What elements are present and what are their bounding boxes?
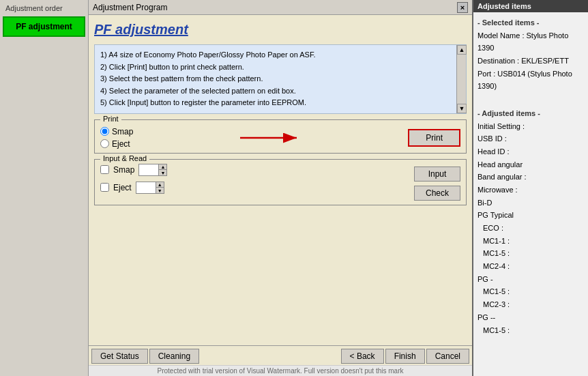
watermark-bar: Protected with trial version of Visual W… <box>89 365 472 376</box>
eject-spinbox-down[interactable]: ▼ <box>156 188 164 193</box>
input-read-buttons: Input Check <box>414 164 460 201</box>
adjusted-pg-typical: PG Typical <box>477 209 584 222</box>
get-status-button[interactable]: Get Status <box>91 349 148 364</box>
adjusted-pg-mc2-3: MC2-3 : <box>477 298 584 311</box>
print-smap-label: Smap <box>112 127 133 136</box>
eject-spinbox-up[interactable]: ▲ <box>156 182 164 188</box>
finish-button[interactable]: Finish <box>385 349 425 364</box>
smap-spinbox-buttons: ▲ ▼ <box>158 164 166 175</box>
eject-checkbox-label: Eject <box>113 183 132 192</box>
selected-port: Port : USB014 (Stylus Photo 1390) <box>477 68 584 93</box>
adjusted-initial-setting: Initial Setting : <box>477 120 584 133</box>
adjusted-pg-mc1-5: MC1-5 : <box>477 285 584 298</box>
adjusted-items-header: - Adjusted items - <box>477 107 584 120</box>
check-button[interactable]: Check <box>414 186 460 201</box>
back-button[interactable]: < Back <box>341 349 384 364</box>
print-section-content: Smap Eject <box>100 124 460 149</box>
print-eject-option[interactable]: Eject <box>100 139 133 149</box>
right-panel: Adjusted items - Selected items - Model … <box>472 0 588 376</box>
adjusted-pg-minus-minus: PG -- <box>477 311 584 324</box>
scroll-up-arrow[interactable]: ▲ <box>457 45 467 55</box>
instruction-3: 3) Select the best pattern from the chec… <box>100 73 460 85</box>
arrow-container <box>133 128 408 148</box>
selected-items-header: - Selected items - <box>477 16 584 29</box>
adjusted-eco: ECO : <box>477 222 584 235</box>
pf-adjustment-item[interactable]: PF adjustment <box>3 16 85 37</box>
adjusted-band-angular: Band angular : <box>477 171 584 184</box>
left-panel-title: Adjustment order <box>3 3 85 14</box>
smap-spinbox-up[interactable]: ▲ <box>159 164 166 171</box>
instruction-2: 2) Click [Print] button to print check p… <box>100 61 460 74</box>
selected-destination: Destination : EKL/ESP/ETT <box>477 55 584 68</box>
adjusted-head-id: Head ID : <box>477 145 584 158</box>
left-panel: Adjustment order PF adjustment <box>0 0 89 376</box>
input-button[interactable]: Input <box>414 167 460 182</box>
main-area: Adjustment Program × PF adjustment 1) A4… <box>89 0 472 376</box>
instruction-1: 1) A4 size of Economy Photo Paper/Glossy… <box>100 49 460 61</box>
input-read-section: Input & Read Smap ▲ ▼ <box>94 159 467 205</box>
red-arrow-icon <box>237 128 305 148</box>
print-section-label: Print <box>100 115 121 123</box>
input-read-content: Smap ▲ ▼ Eject <box>100 164 460 201</box>
instructions-scrollbar[interactable]: ▲ ▼ <box>456 45 466 113</box>
adjusted-pgmm-mc1-5: MC1-5 : <box>477 324 584 337</box>
cleaning-button[interactable]: Cleaning <box>149 349 199 364</box>
adjusted-usb-id: USB ID : <box>477 132 584 145</box>
page-title: PF adjustment <box>94 20 467 39</box>
eject-checkbox[interactable] <box>100 183 109 192</box>
print-eject-radio[interactable] <box>100 139 109 148</box>
adjusted-mc1-5: MC1-5 : <box>477 247 584 260</box>
title-bar: Adjustment Program × <box>89 0 472 15</box>
eject-checkbox-row: Eject ▲ ▼ <box>100 182 409 194</box>
print-radio-group: Smap Eject <box>100 127 133 149</box>
content-area: PF adjustment 1) A4 size of Economy Phot… <box>89 15 472 345</box>
adjusted-mc1-1: MC1-1 : <box>477 235 584 248</box>
smap-spinbox-input[interactable] <box>139 164 158 175</box>
print-smap-option[interactable]: Smap <box>100 127 133 136</box>
instructions-box: 1) A4 size of Economy Photo Paper/Glossy… <box>94 44 467 114</box>
eject-spinbox[interactable]: ▲ ▼ <box>136 182 164 194</box>
instruction-4: 4) Select the parameter of the selected … <box>100 85 460 98</box>
smap-checkbox-label: Smap <box>113 165 134 175</box>
adjusted-microwave: Microwave : <box>477 184 584 197</box>
instruction-5: 5) Click [Input] button to register the … <box>100 97 460 109</box>
selected-model: Model Name : Stylus Photo 1390 <box>477 29 584 55</box>
right-panel-content: - Selected items - Model Name : Stylus P… <box>473 12 588 339</box>
eject-spinbox-input[interactable] <box>136 182 156 193</box>
adjusted-pg-minus: PG - <box>477 273 584 286</box>
bottom-bar: Get Status Cleaning < Back Finish Cancel <box>89 345 472 365</box>
input-read-label: Input & Read <box>100 154 149 162</box>
print-smap-radio[interactable] <box>100 127 109 136</box>
adjusted-bid: Bi-D <box>477 197 584 209</box>
cancel-button[interactable]: Cancel <box>426 349 469 364</box>
smap-spinbox[interactable]: ▲ ▼ <box>138 164 167 176</box>
close-button[interactable]: × <box>457 2 468 13</box>
eject-spinbox-buttons: ▲ ▼ <box>156 182 164 193</box>
print-eject-label: Eject <box>112 139 130 149</box>
adjusted-head-angular: Head angular <box>477 158 584 171</box>
scroll-down-arrow[interactable]: ▼ <box>457 104 467 113</box>
adjusted-mc2-4: MC2-4 : <box>477 260 584 273</box>
smap-checkbox[interactable] <box>100 165 109 174</box>
smap-checkbox-row: Smap ▲ ▼ <box>100 164 409 176</box>
right-panel-title: Adjusted items <box>473 0 588 12</box>
print-section: Print Smap Eject <box>94 119 467 154</box>
window-title: Adjustment Program <box>93 3 167 12</box>
checkboxes-area: Smap ▲ ▼ Eject <box>100 164 409 194</box>
print-button[interactable]: Print <box>408 129 460 147</box>
smap-spinbox-down[interactable]: ▼ <box>159 170 166 175</box>
